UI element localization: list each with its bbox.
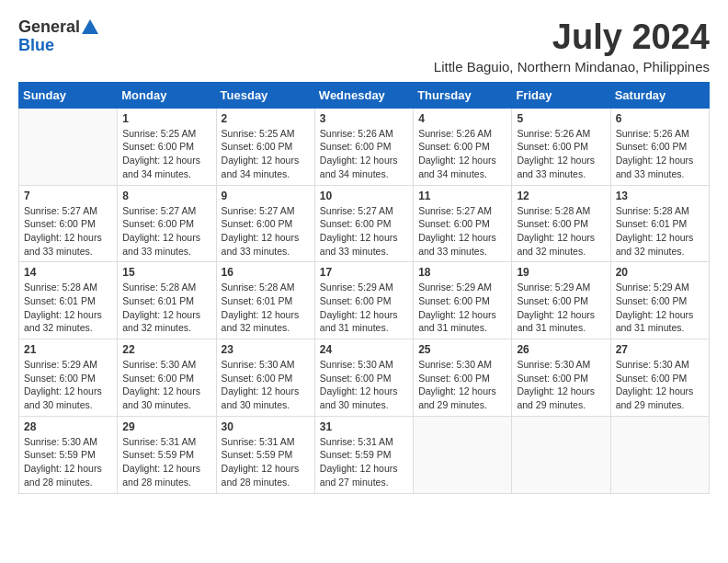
day-info: Sunrise: 5:30 AM Sunset: 6:00 PM Dayligh… xyxy=(222,358,310,412)
subtitle: Little Baguio, Northern Mindanao, Philip… xyxy=(434,59,710,75)
day-info: Sunrise: 5:26 AM Sunset: 6:00 PM Dayligh… xyxy=(616,127,704,181)
day-info: Sunrise: 5:31 AM Sunset: 5:59 PM Dayligh… xyxy=(222,435,310,489)
calendar-header-row: SundayMondayTuesdayWednesdayThursdayFrid… xyxy=(19,82,710,108)
calendar-cell: 16Sunrise: 5:28 AM Sunset: 6:01 PM Dayli… xyxy=(216,262,314,339)
day-number: 30 xyxy=(222,420,310,433)
day-info: Sunrise: 5:27 AM Sunset: 6:00 PM Dayligh… xyxy=(320,204,408,259)
day-number: 11 xyxy=(418,190,506,202)
calendar-cell: 12Sunrise: 5:28 AM Sunset: 6:00 PM Dayli… xyxy=(512,185,610,262)
calendar-cell: 4Sunrise: 5:26 AM Sunset: 6:00 PM Daylig… xyxy=(414,108,512,185)
day-number: 10 xyxy=(320,190,408,202)
calendar-cell: 11Sunrise: 5:27 AM Sunset: 6:00 PM Dayli… xyxy=(414,185,512,262)
day-number: 26 xyxy=(517,343,605,356)
calendar-cell: 22Sunrise: 5:30 AM Sunset: 6:00 PM Dayli… xyxy=(118,339,216,417)
day-info: Sunrise: 5:28 AM Sunset: 6:01 PM Dayligh… xyxy=(24,281,112,335)
calendar-cell: 25Sunrise: 5:30 AM Sunset: 6:00 PM Dayli… xyxy=(414,339,512,417)
calendar-cell: 5Sunrise: 5:26 AM Sunset: 6:00 PM Daylig… xyxy=(512,108,610,185)
calendar-cell: 23Sunrise: 5:30 AM Sunset: 6:00 PM Dayli… xyxy=(216,339,314,417)
calendar-cell: 19Sunrise: 5:29 AM Sunset: 6:00 PM Dayli… xyxy=(512,262,610,339)
calendar-cell xyxy=(414,416,512,493)
day-number: 16 xyxy=(222,266,310,279)
calendar-cell: 3Sunrise: 5:26 AM Sunset: 6:00 PM Daylig… xyxy=(314,108,413,185)
calendar-cell: 18Sunrise: 5:29 AM Sunset: 6:00 PM Dayli… xyxy=(414,262,512,339)
day-info: Sunrise: 5:28 AM Sunset: 6:01 PM Dayligh… xyxy=(122,281,210,335)
day-info: Sunrise: 5:29 AM Sunset: 6:00 PM Dayligh… xyxy=(320,281,408,335)
day-of-week-header: Monday xyxy=(118,82,216,108)
day-info: Sunrise: 5:30 AM Sunset: 6:00 PM Dayligh… xyxy=(616,358,704,412)
calendar-cell xyxy=(19,108,118,185)
day-of-week-header: Tuesday xyxy=(216,82,314,108)
svg-marker-0 xyxy=(82,19,98,34)
title-area: July 2024 Little Baguio, Northern Mindan… xyxy=(434,18,710,75)
day-number: 22 xyxy=(122,343,210,356)
calendar-cell: 7Sunrise: 5:27 AM Sunset: 6:00 PM Daylig… xyxy=(19,185,118,262)
calendar-cell: 14Sunrise: 5:28 AM Sunset: 6:01 PM Dayli… xyxy=(19,262,118,339)
day-number: 2 xyxy=(222,112,310,125)
logo-blue-text: Blue xyxy=(18,36,54,54)
day-info: Sunrise: 5:25 AM Sunset: 6:00 PM Dayligh… xyxy=(122,127,210,181)
day-info: Sunrise: 5:26 AM Sunset: 6:00 PM Dayligh… xyxy=(418,127,506,181)
calendar-cell: 24Sunrise: 5:30 AM Sunset: 6:00 PM Dayli… xyxy=(314,339,413,417)
day-number: 14 xyxy=(24,266,112,279)
day-info: Sunrise: 5:28 AM Sunset: 6:01 PM Dayligh… xyxy=(616,204,704,259)
calendar-week-row: 21Sunrise: 5:29 AM Sunset: 6:00 PM Dayli… xyxy=(19,339,710,417)
day-info: Sunrise: 5:27 AM Sunset: 6:00 PM Dayligh… xyxy=(24,204,112,259)
day-number: 28 xyxy=(24,420,112,433)
calendar-cell: 15Sunrise: 5:28 AM Sunset: 6:01 PM Dayli… xyxy=(118,262,216,339)
calendar-cell: 17Sunrise: 5:29 AM Sunset: 6:00 PM Dayli… xyxy=(314,262,413,339)
day-info: Sunrise: 5:28 AM Sunset: 6:00 PM Dayligh… xyxy=(517,204,605,259)
day-number: 21 xyxy=(24,343,112,356)
day-of-week-header: Saturday xyxy=(610,82,709,108)
calendar-cell: 6Sunrise: 5:26 AM Sunset: 6:00 PM Daylig… xyxy=(610,108,709,185)
day-info: Sunrise: 5:25 AM Sunset: 6:00 PM Dayligh… xyxy=(222,127,310,181)
day-info: Sunrise: 5:27 AM Sunset: 6:00 PM Dayligh… xyxy=(222,204,310,259)
calendar-cell: 30Sunrise: 5:31 AM Sunset: 5:59 PM Dayli… xyxy=(216,416,314,493)
page-header: General Blue July 2024 Little Baguio, No… xyxy=(18,18,710,75)
calendar-cell: 26Sunrise: 5:30 AM Sunset: 6:00 PM Dayli… xyxy=(512,339,610,417)
day-info: Sunrise: 5:29 AM Sunset: 6:00 PM Dayligh… xyxy=(517,281,605,335)
day-number: 9 xyxy=(222,190,310,202)
calendar-week-row: 14Sunrise: 5:28 AM Sunset: 6:01 PM Dayli… xyxy=(19,262,710,339)
calendar-cell: 31Sunrise: 5:31 AM Sunset: 5:59 PM Dayli… xyxy=(314,416,413,493)
day-info: Sunrise: 5:29 AM Sunset: 6:00 PM Dayligh… xyxy=(418,281,506,335)
day-info: Sunrise: 5:27 AM Sunset: 6:00 PM Dayligh… xyxy=(122,204,210,259)
day-number: 13 xyxy=(616,190,704,202)
logo: General Blue xyxy=(18,18,98,55)
day-info: Sunrise: 5:30 AM Sunset: 6:00 PM Dayligh… xyxy=(320,358,408,412)
day-info: Sunrise: 5:30 AM Sunset: 6:00 PM Dayligh… xyxy=(517,358,605,412)
day-info: Sunrise: 5:29 AM Sunset: 6:00 PM Dayligh… xyxy=(24,358,112,412)
calendar-cell: 1Sunrise: 5:25 AM Sunset: 6:00 PM Daylig… xyxy=(118,108,216,185)
calendar-cell: 13Sunrise: 5:28 AM Sunset: 6:01 PM Dayli… xyxy=(610,185,709,262)
day-of-week-header: Wednesday xyxy=(314,82,413,108)
day-info: Sunrise: 5:27 AM Sunset: 6:00 PM Dayligh… xyxy=(418,204,506,259)
main-title: July 2024 xyxy=(434,18,710,57)
calendar-cell: 9Sunrise: 5:27 AM Sunset: 6:00 PM Daylig… xyxy=(216,185,314,262)
calendar-table: SundayMondayTuesdayWednesdayThursdayFrid… xyxy=(18,82,710,494)
day-number: 19 xyxy=(517,266,605,279)
day-number: 7 xyxy=(24,190,112,202)
day-number: 12 xyxy=(517,190,605,202)
day-info: Sunrise: 5:30 AM Sunset: 5:59 PM Dayligh… xyxy=(24,435,112,489)
calendar-cell: 20Sunrise: 5:29 AM Sunset: 6:00 PM Dayli… xyxy=(610,262,709,339)
day-info: Sunrise: 5:26 AM Sunset: 6:00 PM Dayligh… xyxy=(517,127,605,181)
day-info: Sunrise: 5:30 AM Sunset: 6:00 PM Dayligh… xyxy=(122,358,210,412)
calendar-cell xyxy=(512,416,610,493)
calendar-cell: 10Sunrise: 5:27 AM Sunset: 6:00 PM Dayli… xyxy=(314,185,413,262)
day-number: 17 xyxy=(320,266,408,279)
day-number: 1 xyxy=(122,112,210,125)
day-of-week-header: Sunday xyxy=(19,82,118,108)
calendar-cell: 8Sunrise: 5:27 AM Sunset: 6:00 PM Daylig… xyxy=(118,185,216,262)
day-info: Sunrise: 5:31 AM Sunset: 5:59 PM Dayligh… xyxy=(320,435,408,489)
calendar-cell: 21Sunrise: 5:29 AM Sunset: 6:00 PM Dayli… xyxy=(19,339,118,417)
day-number: 8 xyxy=(122,190,210,202)
day-info: Sunrise: 5:31 AM Sunset: 5:59 PM Dayligh… xyxy=(122,435,210,489)
day-number: 25 xyxy=(418,343,506,356)
calendar-week-row: 1Sunrise: 5:25 AM Sunset: 6:00 PM Daylig… xyxy=(19,108,710,185)
day-of-week-header: Friday xyxy=(512,82,610,108)
calendar-week-row: 28Sunrise: 5:30 AM Sunset: 5:59 PM Dayli… xyxy=(19,416,710,493)
day-number: 29 xyxy=(122,420,210,433)
day-info: Sunrise: 5:30 AM Sunset: 6:00 PM Dayligh… xyxy=(418,358,506,412)
day-info: Sunrise: 5:28 AM Sunset: 6:01 PM Dayligh… xyxy=(222,281,310,335)
calendar-cell: 27Sunrise: 5:30 AM Sunset: 6:00 PM Dayli… xyxy=(610,339,709,417)
day-number: 24 xyxy=(320,343,408,356)
